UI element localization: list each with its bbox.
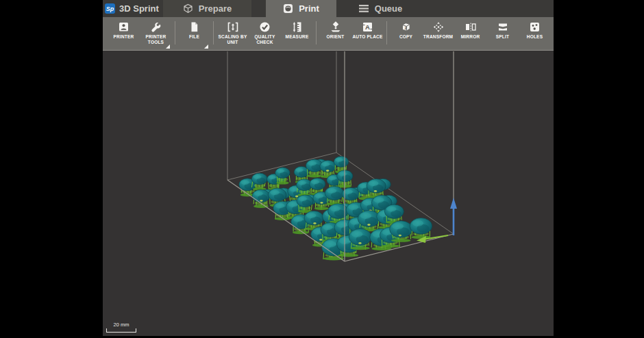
- app-title: 3D Sprint: [119, 3, 159, 14]
- copy-icon: 2: [400, 21, 412, 33]
- wrench-icon: [150, 21, 162, 33]
- app-brand: Sp 3D Sprint: [103, 0, 163, 17]
- scale-bar: 20 mm: [106, 322, 136, 333]
- dental-model[interactable]: [410, 218, 432, 239]
- toolbar-button-holes[interactable]: HOLES: [519, 17, 551, 50]
- transform-icon: [432, 21, 445, 33]
- toolbar-button-label: HOLES: [527, 34, 543, 40]
- holes-icon: [529, 21, 541, 33]
- toolbar-button-label: PRINTER: [114, 34, 134, 40]
- cube-icon: [183, 3, 193, 14]
- toolbar-button-label: FILE: [189, 34, 199, 40]
- toolbar-button-file[interactable]: FILE: [178, 17, 210, 50]
- toolbar-divider: [316, 21, 317, 44]
- toolbar-button-label: TRANSFORM: [423, 34, 453, 40]
- tab-label: Queue: [375, 3, 402, 14]
- toolbar-button-scaling-by-unit[interactable]: SCALING BY UNIT: [216, 17, 249, 50]
- svg-text:A: A: [365, 23, 370, 31]
- toolbar-button-split[interactable]: SPLIT: [486, 17, 519, 50]
- printer-icon: [118, 21, 129, 33]
- 3d-scene-canvas[interactable]: [103, 51, 554, 336]
- quality-check-icon: [259, 21, 271, 33]
- toolbar-button-measure[interactable]: MEASURE: [281, 17, 313, 50]
- toolbar-button-auto-place[interactable]: AAUTO PLACE: [351, 17, 384, 50]
- toolbar-button-transform[interactable]: TRANSFORM: [422, 17, 454, 50]
- toolbar-button-mirror[interactable]: MIRROR: [454, 17, 486, 50]
- toolbar-divider: [386, 21, 387, 44]
- dropdown-corner-icon: [166, 44, 170, 49]
- toolbar-button-label: ORIENT: [327, 34, 345, 40]
- z-axis-arrow[interactable]: [450, 198, 457, 235]
- tab-prepare[interactable]: Prepare: [163, 0, 251, 17]
- app-logo-icon: Sp: [105, 3, 115, 14]
- toolbar-button-label: QUALITY CHECK: [249, 34, 281, 46]
- toolbar-button-label: COPY: [399, 34, 412, 40]
- split-icon: [497, 21, 509, 33]
- auto-place-icon: A: [362, 21, 373, 33]
- dropdown-corner-icon: [204, 44, 208, 49]
- dental-model[interactable]: [275, 168, 290, 185]
- toolbar: PRINTERPRINTER TOOLSFILESCALING BY UNITQ…: [103, 17, 554, 51]
- app-window: Sp 3D Sprint PreparePrintQueue PRINTERPR…: [103, 0, 554, 336]
- toolbar-divider: [213, 21, 214, 44]
- measure-icon: [291, 21, 303, 33]
- menu-icon: [358, 4, 369, 13]
- toolbar-button-copy[interactable]: 2COPY: [390, 17, 422, 50]
- toolbar-button-label: SPLIT: [496, 34, 509, 40]
- scale-bar-bracket-icon: [106, 328, 136, 333]
- orient-icon: [330, 21, 342, 33]
- toolbar-button-printer-tools[interactable]: PRINTER TOOLS: [140, 17, 172, 50]
- tab-label: Print: [299, 3, 319, 14]
- title-bar: Sp 3D Sprint PreparePrintQueue: [103, 0, 554, 17]
- toolbar-button-quality-check[interactable]: QUALITY CHECK: [249, 17, 281, 50]
- header-tabs: PreparePrintQueue: [163, 0, 554, 17]
- tab-label: Prepare: [199, 3, 232, 14]
- scaling-icon: [227, 21, 239, 33]
- toolbar-button-printer[interactable]: PRINTER: [108, 17, 140, 50]
- sphere-icon: [283, 3, 293, 14]
- scale-bar-label: 20 mm: [106, 322, 136, 328]
- viewport[interactable]: 20 mm: [103, 51, 554, 336]
- toolbar-button-label: SCALING BY UNIT: [216, 34, 249, 46]
- tab-print[interactable]: Print: [266, 0, 336, 17]
- toolbar-button-orient[interactable]: ORIENT: [319, 17, 351, 50]
- toolbar-button-label: MEASURE: [286, 34, 309, 40]
- file-icon: [188, 21, 200, 33]
- svg-text:2: 2: [404, 25, 406, 29]
- toolbar-button-label: MIRROR: [461, 34, 480, 40]
- toolbar-button-label: AUTO PLACE: [352, 34, 382, 40]
- tab-queue[interactable]: Queue: [340, 0, 421, 17]
- mirror-icon: [465, 21, 477, 33]
- toolbar-divider: [175, 21, 175, 44]
